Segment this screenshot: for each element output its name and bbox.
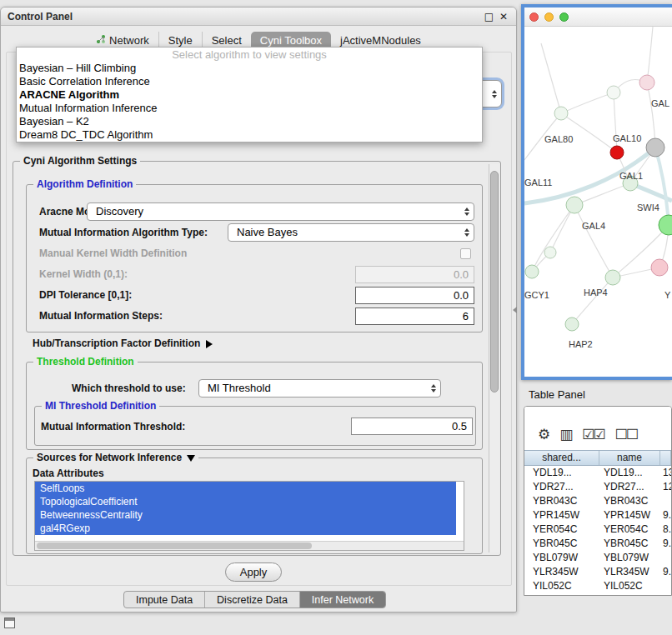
panel-collapse-arrow[interactable]	[513, 307, 517, 313]
tab-infer-network[interactable]: Infer Network	[299, 592, 385, 608]
network-node[interactable]	[651, 259, 668, 276]
select-all-icon[interactable]: ☑☑	[582, 426, 604, 442]
control-panel-titlebar[interactable]: Control Panel □ ✕	[1, 8, 516, 26]
table-cell: YIL052C	[599, 579, 660, 593]
algorithm-option[interactable]: Dream8 DC_TDC Algorithm	[17, 128, 482, 142]
network-node[interactable]	[659, 215, 672, 235]
network-node[interactable]	[646, 138, 664, 157]
network-node[interactable]	[605, 270, 620, 285]
table-row[interactable]: YBR043CYBR043C	[524, 494, 671, 508]
column-header[interactable]: name	[599, 451, 660, 465]
network-node[interactable]	[565, 318, 579, 331]
sources-group-expander[interactable]: Sources for Network Inference	[33, 452, 198, 464]
network-node[interactable]	[554, 107, 568, 120]
table-cell: YLR345W	[599, 565, 660, 579]
table-toolbar: ⚙▥☑☑☐☐	[524, 407, 671, 450]
algorithm-dropdown-popup: Select algorithm to view settings Bayesi…	[16, 47, 483, 142]
algorithm-option-list: Bayesian – Hill ClimbingBasic Correlatio…	[17, 62, 482, 142]
algorithm-option[interactable]: Bayesian – K2	[17, 115, 482, 128]
algorithm-option[interactable]: Bayesian – Hill Climbing	[17, 62, 482, 75]
table-cell: YBR045C	[599, 537, 660, 551]
network-edge[interactable]	[647, 27, 653, 82]
network-node[interactable]	[607, 86, 620, 99]
network-edge[interactable]	[561, 113, 617, 152]
table-cell: YBL079W	[599, 551, 660, 565]
network-edge[interactable]	[572, 278, 613, 324]
network-edge[interactable]	[647, 82, 655, 148]
tab-label: Network	[109, 34, 149, 47]
network-window-titlebar[interactable]	[524, 8, 672, 27]
settings-gear-icon[interactable]: ⚙	[538, 426, 549, 442]
network-node[interactable]	[610, 146, 624, 159]
minimize-traffic-light[interactable]	[544, 12, 554, 22]
algorithm-option[interactable]: Mutual Information Inference	[17, 102, 482, 115]
network-edge[interactable]	[574, 183, 630, 205]
manual-kernel-width-checkbox[interactable]	[460, 248, 471, 259]
network-edge[interactable]	[655, 148, 669, 225]
column-header[interactable]	[660, 451, 671, 465]
table-row[interactable]: YER054CYER054C8.	[524, 522, 671, 537]
table-cell	[660, 579, 671, 593]
dpi-tolerance-field[interactable]: 0.0	[355, 287, 474, 304]
table-row[interactable]: YBR045CYBR045C9.	[524, 537, 671, 551]
settings-group-title: Cyni Algorithm Settings	[20, 155, 140, 168]
scrollbar-thumb[interactable]	[37, 542, 312, 549]
aracne-mode-select[interactable]: Discovery	[87, 202, 474, 221]
network-edge[interactable]	[574, 205, 613, 278]
mi-threshold-field[interactable]: 0.5	[351, 418, 473, 435]
attribute-item[interactable]: TopologicalCoefficient	[35, 495, 456, 508]
tab-discretize-data[interactable]: Discretize Data	[204, 592, 299, 608]
table-row[interactable]: YPR145WYPR145W9.	[524, 508, 671, 522]
table-cell: YBL079W	[524, 551, 599, 565]
sources-group-title: Sources for Network Inference	[37, 452, 182, 463]
scrollbar-thumb[interactable]	[490, 171, 499, 392]
attribute-item[interactable]: BetweennessCentrality	[35, 508, 456, 522]
table-row[interactable]: YDR27...YDR27...12	[524, 480, 671, 494]
close-traffic-light[interactable]	[529, 12, 539, 22]
network-node[interactable]	[525, 265, 539, 278]
algorithm-definition-title: Algorithm Definition	[33, 178, 136, 191]
apply-button[interactable]: Apply	[225, 562, 282, 582]
close-window-button[interactable]: ✕	[499, 11, 508, 22]
table-row[interactable]: YIL052CYIL052C	[524, 579, 671, 593]
attribute-item[interactable]: SelfLoops	[35, 482, 456, 495]
network-view-window: GAL80GAL10GAL11GAL1SWI4GAL4GCY1HAP4HAP2G…	[521, 4, 672, 380]
table-row[interactable]: YLR345WYLR345W9.	[524, 565, 671, 579]
data-attributes-list[interactable]: SelfLoopsTopologicalCoefficientBetweenne…	[34, 481, 464, 551]
float-window-button[interactable]: □	[484, 11, 494, 22]
combo-arrows-icon	[492, 90, 497, 98]
settings-scrollbar[interactable]	[489, 164, 499, 552]
algorithm-option[interactable]: Basic Correlation Inference	[17, 75, 482, 88]
attribute-item[interactable]: gal4RGexp	[35, 522, 456, 535]
which-threshold-label: Which threshold to use:	[72, 382, 186, 395]
column-header[interactable]: shared...	[524, 451, 599, 465]
mi-steps-field[interactable]: 6	[355, 308, 474, 325]
kernel-width-field[interactable]: 0.0	[355, 266, 474, 283]
deselect-all-icon[interactable]: ☐☐	[615, 426, 637, 442]
network-edge[interactable]	[561, 92, 614, 113]
columns-icon[interactable]: ▥	[559, 426, 571, 442]
network-node[interactable]	[639, 75, 654, 90]
network-node[interactable]	[566, 197, 583, 213]
network-edge[interactable]	[541, 43, 561, 113]
list-horizontal-scrollbar[interactable]	[35, 541, 464, 550]
node-label: HAP2	[569, 339, 593, 349]
table-row[interactable]: YBL079WYBL079W	[524, 551, 671, 565]
mi-algorithm-type-select[interactable]: Naive Bayes	[228, 223, 474, 242]
zoom-traffic-light[interactable]	[559, 12, 569, 22]
table-row[interactable]: YDL19...YDL19...13	[524, 466, 671, 480]
node-label: HAP4	[584, 288, 608, 298]
node-label: SWI4	[637, 202, 659, 212]
tab-impute-data[interactable]: Impute Data	[124, 592, 204, 608]
which-threshold-value: MI Threshold	[208, 380, 271, 397]
network-edge[interactable]	[532, 205, 574, 272]
which-threshold-select[interactable]: MI Threshold	[198, 379, 441, 398]
network-node[interactable]	[544, 247, 556, 258]
hub-definition-label: Hub/Transcription Factor Definition	[33, 338, 200, 349]
node-label: GAL10	[613, 133, 641, 143]
hub-definition-expander[interactable]: Hub/Transcription Factor Definition	[33, 338, 213, 350]
network-edge[interactable]	[614, 92, 617, 152]
minimized-window-icon[interactable]	[4, 618, 15, 628]
network-canvas[interactable]: GAL80GAL10GAL11GAL1SWI4GAL4GCY1HAP4HAP2G…	[524, 27, 672, 377]
algorithm-option[interactable]: ARACNE Algorithm	[17, 88, 482, 102]
